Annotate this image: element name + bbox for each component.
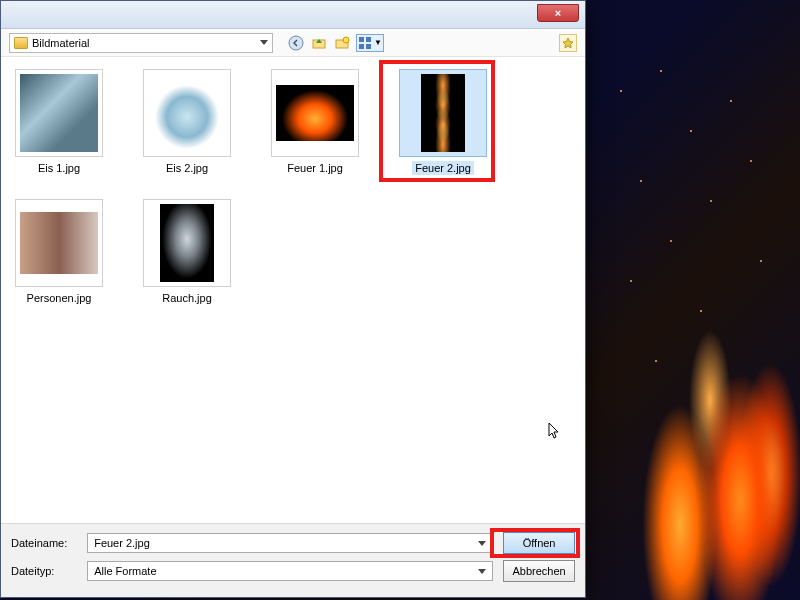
file-item-selected[interactable]: Feuer 2.jpg <box>393 69 493 175</box>
folder-name: Bildmaterial <box>32 37 260 49</box>
folder-icon <box>14 37 28 49</box>
filename-value: Feuer 2.jpg <box>94 537 150 549</box>
favorites-icon[interactable] <box>559 34 577 52</box>
file-item[interactable]: Personen.jpg <box>9 199 109 305</box>
file-name: Rauch.jpg <box>159 291 215 305</box>
file-name: Feuer 2.jpg <box>412 161 474 175</box>
background-sparks <box>600 60 780 460</box>
file-item[interactable]: Rauch.jpg <box>137 199 237 305</box>
view-menu-icon[interactable]: ▼ <box>356 34 384 52</box>
up-folder-icon[interactable] <box>310 34 328 52</box>
file-name: Eis 2.jpg <box>163 161 211 175</box>
folder-dropdown[interactable]: Bildmaterial <box>9 33 273 53</box>
file-item[interactable]: Feuer 1.jpg <box>265 69 365 175</box>
cancel-button[interactable]: Abbrechen <box>503 560 575 582</box>
new-folder-icon[interactable] <box>333 34 351 52</box>
chevron-down-icon <box>478 541 486 546</box>
thumbnail <box>20 74 98 152</box>
file-list-area[interactable]: Eis 1.jpg Eis 2.jpg Feuer 1.jpg Feuer 2.… <box>1 57 585 523</box>
open-button[interactable]: Öffnen <box>503 532 575 554</box>
filetype-value: Alle Formate <box>94 565 156 577</box>
file-item[interactable]: Eis 2.jpg <box>137 69 237 175</box>
svg-rect-7 <box>366 44 371 49</box>
filetype-dropdown[interactable]: Alle Formate <box>87 561 493 581</box>
file-name: Feuer 1.jpg <box>284 161 346 175</box>
file-item[interactable]: Eis 1.jpg <box>9 69 109 175</box>
thumbnail <box>160 204 214 282</box>
filetype-label: Dateityp: <box>11 565 77 577</box>
thumbnail <box>276 85 354 141</box>
svg-rect-6 <box>359 44 364 49</box>
filename-input[interactable]: Feuer 2.jpg <box>87 533 493 553</box>
chevron-down-icon <box>478 569 486 574</box>
file-name: Personen.jpg <box>24 291 95 305</box>
svg-point-3 <box>343 37 349 43</box>
svg-point-0 <box>289 36 303 50</box>
svg-rect-4 <box>359 37 364 42</box>
thumbnail <box>20 212 98 274</box>
titlebar[interactable]: × <box>1 1 585 29</box>
svg-rect-5 <box>366 37 371 42</box>
filename-label: Dateiname: <box>11 537 77 549</box>
toolbar: Bildmaterial ▼ <box>1 29 585 57</box>
bottom-panel: Dateiname: Feuer 2.jpg Öffnen Dateityp: … <box>1 523 585 597</box>
thumbnail <box>421 74 465 152</box>
chevron-down-icon <box>260 40 268 45</box>
file-name: Eis 1.jpg <box>35 161 83 175</box>
close-button[interactable]: × <box>537 4 579 22</box>
file-open-dialog: × Bildmaterial ▼ <box>0 0 586 598</box>
back-icon[interactable] <box>287 34 305 52</box>
thumbnail <box>148 74 226 152</box>
